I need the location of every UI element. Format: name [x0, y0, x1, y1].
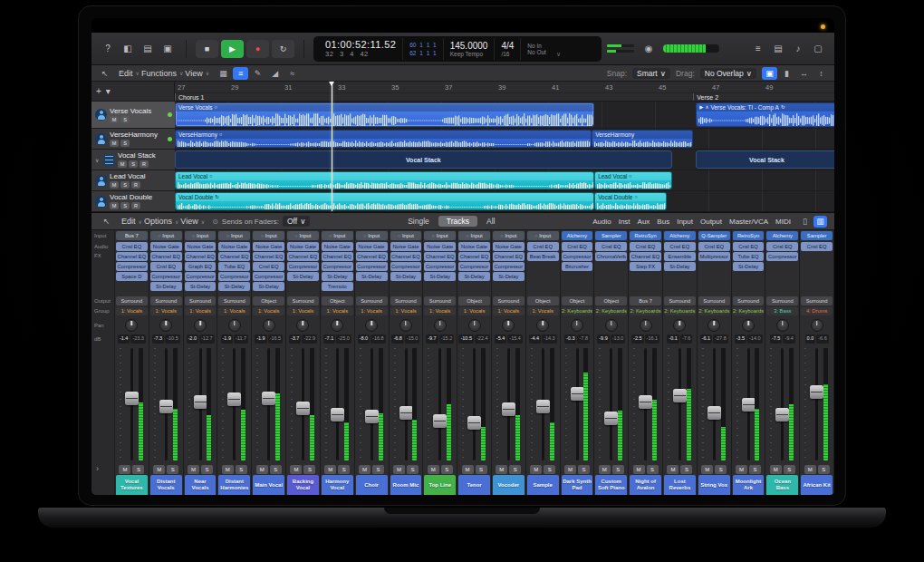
fx-slot-st-delay[interactable]: St-Delay [322, 272, 353, 281]
group-slot[interactable]: 1: Vocals [150, 307, 182, 315]
arrangement-marker-verse-2[interactable]: Verse 2 [693, 93, 834, 101]
output-slot[interactable]: Surround [801, 296, 833, 305]
group-slot[interactable]: 1: Vocals [424, 307, 456, 315]
fx-slot-noise-gate[interactable]: Noise Gate [287, 242, 319, 251]
region-chevron-up-icon[interactable]: ∧ [705, 103, 708, 111]
lcd-options-chevron-icon[interactable]: ∨ [553, 38, 563, 60]
solo-button[interactable]: S [236, 465, 247, 474]
fx-slot-cnsl-eq[interactable]: Cnsl EQ [562, 242, 593, 251]
mixer-filter-inst[interactable]: Inst [619, 218, 630, 226]
browsers-icon[interactable]: ▢ [809, 41, 827, 57]
fader-cap[interactable] [571, 387, 584, 401]
fade-tool-icon[interactable]: ◢ [267, 67, 283, 80]
fx-slot-cnsl-eq[interactable]: Cnsl EQ [698, 242, 730, 251]
pan-knob[interactable] [365, 319, 378, 332]
input-slot[interactable]: ○Input [253, 231, 284, 240]
group-slot[interactable]: 4: Drums [801, 307, 833, 315]
region-vocal-double[interactable]: Vocal Double○ [594, 192, 667, 210]
fx-slot-compressor[interactable]: Compressor [218, 272, 250, 281]
group-slot[interactable]: 2: Keyboards [664, 307, 696, 315]
track-name-plate[interactable]: African Kit [801, 475, 833, 495]
fx-slot-channel-eq[interactable]: Channel EQ [322, 252, 353, 261]
output-slot[interactable]: Object [253, 296, 284, 305]
fader-cap[interactable] [775, 408, 789, 422]
fx-slot-compressor[interactable]: Compressor [253, 272, 284, 281]
input-slot[interactable]: ○Input [218, 231, 250, 240]
mute-button[interactable]: M [770, 465, 782, 474]
region-vocal-stack[interactable]: Vocal Stack [175, 150, 672, 169]
fx-slot-tube-eq[interactable]: Tube EQ [218, 262, 250, 271]
pan-knob[interactable] [571, 319, 583, 332]
disclosure-triangle-icon[interactable]: ∨ [95, 157, 101, 163]
track-name-plate[interactable]: Tenor [458, 475, 490, 495]
fx-slot-channel-eq[interactable]: Channel EQ [458, 252, 490, 261]
marquee-icon[interactable]: ▮ [779, 67, 794, 80]
fader-cap[interactable] [159, 400, 173, 413]
fader-cap[interactable] [639, 395, 652, 409]
mixer-menu-options[interactable]: Options∨ [144, 217, 178, 226]
fx-slot-channel-eq[interactable]: Channel EQ [218, 252, 250, 261]
input-slot[interactable]: ○Input [424, 231, 456, 240]
mute-button[interactable]: M [110, 140, 119, 147]
fader-cap[interactable] [296, 402, 310, 415]
mute-button[interactable]: M [736, 465, 747, 474]
solo-button[interactable]: S [201, 465, 213, 474]
fx-slot-st-delay[interactable]: St-Delay [218, 282, 250, 291]
pan-knob[interactable] [811, 319, 823, 332]
solo-button[interactable]: S [303, 465, 315, 474]
solo-button[interactable]: S [715, 465, 727, 474]
pan-knob[interactable] [707, 319, 720, 332]
fx-slot-compressor[interactable]: Compressor [562, 252, 593, 261]
group-slot[interactable]: 1: Vocals [356, 307, 388, 315]
fx-slot-channel-eq[interactable]: Channel EQ [287, 252, 319, 261]
pan-knob[interactable] [640, 319, 652, 332]
fx-slot-cnsl-eq[interactable]: Cnsl EQ [766, 242, 798, 251]
fader-cap[interactable] [365, 410, 379, 423]
solo-button[interactable]: S [338, 465, 350, 474]
list-editors-icon[interactable]: ≡ [749, 41, 767, 57]
track-lane-vocal-double[interactable]: Vocal Double↻Vocal Double○ [175, 191, 834, 212]
mixer-filter-master-vca[interactable]: Master/VCA [729, 218, 768, 226]
fx-slot-noise-gate[interactable]: Noise Gate [458, 242, 490, 251]
fader-cap[interactable] [194, 395, 207, 409]
pan-knob[interactable] [331, 319, 343, 332]
track-options-button[interactable]: ▾ [106, 86, 111, 97]
input-slot[interactable]: Bus 7 [116, 231, 148, 240]
fx-slot-noise-gate[interactable]: Noise Gate [185, 242, 217, 251]
mute-button[interactable]: M [118, 160, 127, 168]
track-name-plate[interactable]: Custom Soft Piano [595, 475, 627, 495]
fx-slot-st-delay[interactable]: St-Delay [733, 262, 765, 271]
track-name-plate[interactable]: Room Mic [390, 475, 422, 495]
pan-knob[interactable] [468, 319, 481, 332]
note-pads-icon[interactable]: ▤ [769, 41, 787, 57]
pencil-tool-icon[interactable]: ✎ [250, 67, 265, 80]
input-slot[interactable]: Q-Sampler [698, 231, 730, 240]
pan-knob[interactable] [296, 319, 309, 332]
fx-slot-compressor[interactable]: Compressor [356, 262, 388, 271]
input-slot[interactable]: RetroSyn [630, 231, 661, 240]
region-verseharmony[interactable]: VerseHarmony○ [175, 130, 592, 148]
group-slot[interactable]: 3: Bass [766, 307, 798, 315]
fx-slot-compressor[interactable]: Compressor [390, 262, 422, 271]
fx-slot-ensemble[interactable]: Ensemble [664, 252, 696, 261]
region-vocal-double[interactable]: Vocal Double↻ [175, 192, 594, 210]
track-name-plate[interactable]: Night of Avalon [630, 475, 661, 495]
output-slot[interactable]: Surround [766, 296, 798, 305]
fx-slot-cnsl-eq[interactable]: Cnsl EQ [664, 242, 696, 251]
track-name-plate[interactable]: Harmony Vocal [322, 475, 353, 495]
output-slot[interactable]: Surround [218, 296, 250, 305]
mute-button[interactable]: M [667, 465, 679, 474]
fx-slot-tremolo[interactable]: Tremolo [322, 282, 353, 291]
solo-button[interactable]: S [120, 181, 130, 189]
output-slot[interactable]: Object [562, 296, 593, 305]
fader-cap[interactable] [536, 400, 550, 413]
output-slot[interactable]: Surround [150, 296, 182, 305]
tuner-icon[interactable]: ◉ [640, 41, 658, 57]
h-zoom-icon[interactable]: ↔ [796, 67, 812, 80]
tracks-menu-edit[interactable]: Edit∨ [119, 69, 140, 78]
solo-button[interactable]: S [680, 465, 692, 474]
apple-loops-icon[interactable]: ♪ [789, 41, 807, 57]
fx-slot-channel-eq[interactable]: Channel EQ [493, 252, 525, 261]
master-volume-slider[interactable] [663, 44, 719, 53]
fx-slot-noise-gate[interactable]: Noise Gate [150, 242, 182, 251]
